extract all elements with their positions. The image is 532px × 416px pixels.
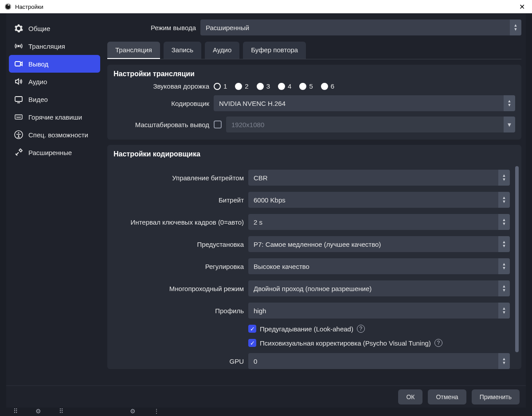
sidebar-item-label: Видео [28, 96, 48, 103]
stream-settings-panel: Настройки трансляции Звуковая дорожка 1 … [107, 65, 521, 140]
tab-audio[interactable]: Аудио [205, 42, 239, 59]
keyint-spinner[interactable]: 2 s ▲▼ [248, 214, 510, 230]
psycho-checkbox[interactable]: ✓ [248, 339, 256, 347]
tools-icon [14, 148, 23, 157]
dialog-footer: ОК Отмена Применить [6, 385, 526, 408]
keyboard-icon [14, 113, 23, 121]
help-icon[interactable]: ? [357, 325, 365, 333]
gpu-spinner[interactable]: 0 ▲▼ [248, 353, 510, 369]
audio-track-label: Звуковая дорожка [113, 82, 209, 90]
gear-icon: ⚙ [35, 408, 41, 415]
svg-point-2 [18, 46, 20, 47]
sidebar-item-stream[interactable]: Трансляция [9, 37, 100, 55]
chevron-down-icon: ▼ [504, 117, 515, 132]
sidebar-item-output[interactable]: Вывод [9, 55, 100, 73]
sidebar-item-label: Расширенные [28, 149, 72, 156]
apply-button[interactable]: Применить [472, 389, 520, 404]
sidebar: Общие Трансляция Вывод Аудио Видео Горяч… [6, 13, 103, 385]
updown-icon: ▲▼ [510, 19, 521, 35]
sidebar-item-accessibility[interactable]: Спец. возможности [9, 126, 100, 144]
preset-label: Предустановка [113, 241, 244, 248]
svg-point-7 [18, 132, 19, 133]
output-mode-value: Расширенный [206, 24, 249, 31]
lookahead-label: Предугадывание (Look-ahead) [260, 325, 353, 333]
rescale-label: Масштабировать вывод [113, 121, 209, 128]
sidebar-item-audio[interactable]: Аудио [9, 73, 100, 90]
radio-icon [257, 83, 264, 90]
audio-track-3[interactable]: 3 [257, 82, 270, 90]
profile-select[interactable]: high ▲▼ [248, 303, 510, 319]
grip-icon: ⠿ [13, 408, 18, 415]
tab-stream[interactable]: Трансляция [107, 42, 160, 59]
output-icon [14, 59, 23, 68]
sidebar-item-label: Аудио [28, 78, 47, 86]
encoder-settings-title: Настройки кодировщика [113, 150, 510, 158]
grip-icon: ⠿ [59, 408, 63, 415]
stream-settings-title: Настройки трансляции [113, 70, 515, 78]
audio-track-5[interactable]: 5 [299, 82, 313, 90]
scrollbar-thumb[interactable] [515, 166, 519, 352]
accessibility-icon [14, 130, 23, 139]
sidebar-item-general[interactable]: Общие [9, 19, 100, 37]
gear-icon [14, 24, 23, 33]
audio-track-1[interactable]: 1 [214, 82, 227, 90]
dots-icon: ⋮ [153, 408, 160, 415]
keyint-label: Интервал ключевых кадров (0=авто) [113, 218, 244, 226]
updown-icon: ▲▼ [498, 170, 510, 186]
window-title: Настройки [15, 4, 43, 10]
updown-icon: ▲▼ [498, 258, 510, 274]
cancel-button[interactable]: Отмена [428, 389, 466, 404]
encoder-select[interactable]: NVIDIA NVENC H.264 ▲▼ [214, 95, 515, 111]
audio-track-radio-group: 1 2 3 4 5 6 [214, 82, 515, 90]
sidebar-item-label: Вывод [28, 60, 48, 68]
audio-track-6[interactable]: 6 [321, 82, 334, 90]
rescale-checkbox[interactable] [214, 121, 222, 128]
updown-icon: ▲▼ [498, 214, 510, 230]
tuning-label: Регулировка [113, 263, 244, 270]
main-content: Режим вывода Расширенный ▲▼ Трансляция З… [103, 13, 526, 385]
help-icon[interactable]: ? [434, 339, 442, 347]
updown-icon: ▲▼ [498, 303, 510, 319]
updown-icon: ▲▼ [504, 95, 515, 111]
bitrate-spinner[interactable]: 6000 Kbps ▲▼ [248, 192, 510, 208]
svg-rect-5 [15, 115, 22, 119]
audio-track-4[interactable]: 4 [278, 82, 291, 90]
sidebar-item-label: Трансляция [28, 43, 65, 50]
tab-replay-buffer[interactable]: Буфер повтора [243, 42, 306, 59]
antenna-icon [14, 42, 23, 51]
gear-icon: ⚙ [130, 408, 136, 415]
close-icon[interactable]: ✕ [516, 3, 528, 11]
multipass-select[interactable]: Двойной проход (полное разрешение) ▲▼ [248, 280, 510, 296]
background-toolbar-fragment: ⠿ ⚙ ⠿ ⚙ ⋮ [6, 407, 160, 415]
sidebar-item-video[interactable]: Видео [9, 90, 100, 108]
updown-icon: ▲▼ [498, 192, 510, 208]
radio-icon [321, 83, 328, 90]
settings-window: Общие Трансляция Вывод Аудио Видео Горяч… [6, 13, 526, 408]
tab-record[interactable]: Запись [164, 42, 201, 59]
updown-icon: ▲▼ [498, 236, 510, 252]
output-mode-select[interactable]: Расширенный ▲▼ [200, 19, 521, 35]
audio-track-2[interactable]: 2 [235, 82, 248, 90]
output-tabs: Трансляция Запись Аудио Буфер повтора [107, 42, 521, 59]
tuning-select[interactable]: Высокое качество ▲▼ [248, 258, 510, 274]
sidebar-item-label: Горячие клавиши [28, 113, 82, 121]
ok-button[interactable]: ОК [398, 389, 422, 404]
speaker-icon [14, 77, 23, 86]
bitrate-label: Битрейт [113, 196, 244, 204]
rescale-resolution-select[interactable]: 1920x1080 ▼ [226, 117, 515, 132]
sidebar-item-advanced[interactable]: Расширенные [9, 144, 100, 161]
radio-icon [235, 83, 242, 90]
sidebar-item-hotkeys[interactable]: Горячие клавиши [9, 108, 100, 126]
multipass-label: Многопроходный режим [113, 285, 244, 292]
svg-rect-3 [15, 62, 20, 66]
rate-control-select[interactable]: CBR ▲▼ [248, 170, 510, 186]
preset-select[interactable]: P7: Самое медленное (лучшее качество) ▲▼ [248, 236, 510, 252]
updown-icon: ▲▼ [498, 353, 510, 369]
sidebar-item-label: Общие [28, 25, 50, 32]
lookahead-checkbox[interactable]: ✓ [248, 325, 256, 333]
radio-icon [214, 83, 221, 90]
svg-rect-4 [15, 97, 22, 101]
output-mode-label: Режим вывода [107, 24, 196, 31]
radio-icon [278, 83, 285, 90]
obs-logo-icon [4, 3, 12, 10]
